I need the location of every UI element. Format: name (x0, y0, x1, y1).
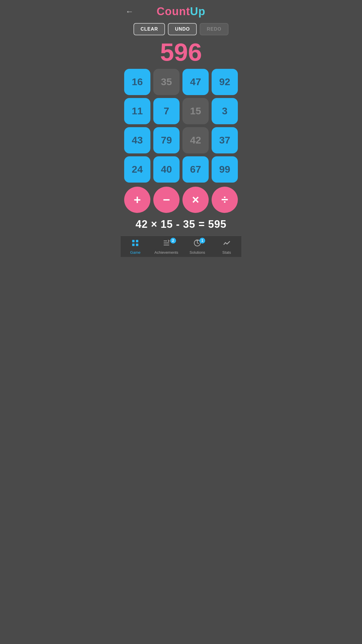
header: ← CountUp (121, 0, 241, 20)
score-display: 596 (160, 38, 202, 66)
back-button[interactable]: ← (125, 8, 133, 16)
tile-35: 35 (153, 69, 180, 95)
app-title: CountUp (157, 5, 205, 18)
tile-79[interactable]: 79 (153, 127, 180, 153)
tile-37[interactable]: 37 (212, 127, 238, 153)
tile-43[interactable]: 43 (124, 127, 150, 153)
multiply-operator[interactable]: × (182, 187, 209, 213)
tile-47[interactable]: 47 (182, 69, 209, 95)
tile-7[interactable]: 7 (153, 98, 180, 124)
nav-label-stats: Stats (222, 250, 231, 255)
title-up: Up (190, 5, 205, 18)
equation-display: 42 × 15 - 35 = 595 (136, 218, 226, 230)
title-count: Count (157, 5, 190, 18)
tile-11[interactable]: 11 (124, 98, 150, 124)
svg-rect-2 (132, 244, 135, 246)
tile-67[interactable]: 67 (182, 156, 209, 183)
svg-rect-3 (136, 244, 138, 246)
minus-operator[interactable]: − (153, 187, 180, 213)
toolbar: CLEAR UNDO REDO (133, 23, 228, 35)
number-grid: 163547921171534379423724406799 (124, 69, 238, 183)
tile-16[interactable]: 16 (124, 69, 150, 95)
nav-label-achievements: Achievements (154, 250, 178, 255)
tile-92[interactable]: 92 (212, 69, 238, 95)
tile-40[interactable]: 40 (153, 156, 180, 183)
divide-operator[interactable]: ÷ (212, 187, 238, 213)
tile-99[interactable]: 99 (212, 156, 238, 183)
grid-icon (131, 239, 139, 249)
plus-operator[interactable]: + (124, 187, 150, 213)
nav-badge-solutions: 1 (199, 238, 205, 244)
nav-item-stats[interactable]: Stats (217, 239, 237, 255)
tile-3[interactable]: 3 (212, 98, 238, 124)
tile-42: 42 (182, 127, 209, 153)
svg-rect-1 (136, 240, 138, 242)
nav-item-solutions[interactable]: Solutions1 (187, 239, 208, 255)
svg-rect-0 (132, 240, 135, 242)
achievements-icon (162, 239, 171, 249)
clear-button[interactable]: CLEAR (133, 23, 165, 35)
bottom-nav: GameAchievements2Solutions1Stats (121, 236, 241, 257)
operators-row: +−×÷ (124, 187, 238, 213)
undo-button[interactable]: UNDO (168, 23, 197, 35)
nav-badge-achievements: 2 (170, 238, 176, 244)
nav-label-solutions: Solutions (189, 250, 205, 255)
redo-button[interactable]: REDO (200, 23, 228, 35)
nav-item-achievements[interactable]: Achievements2 (154, 239, 178, 255)
tile-15: 15 (182, 98, 209, 124)
stats-icon (223, 239, 231, 249)
nav-label-game: Game (130, 250, 140, 255)
nav-item-game[interactable]: Game (125, 239, 145, 255)
tile-24[interactable]: 24 (124, 156, 150, 183)
